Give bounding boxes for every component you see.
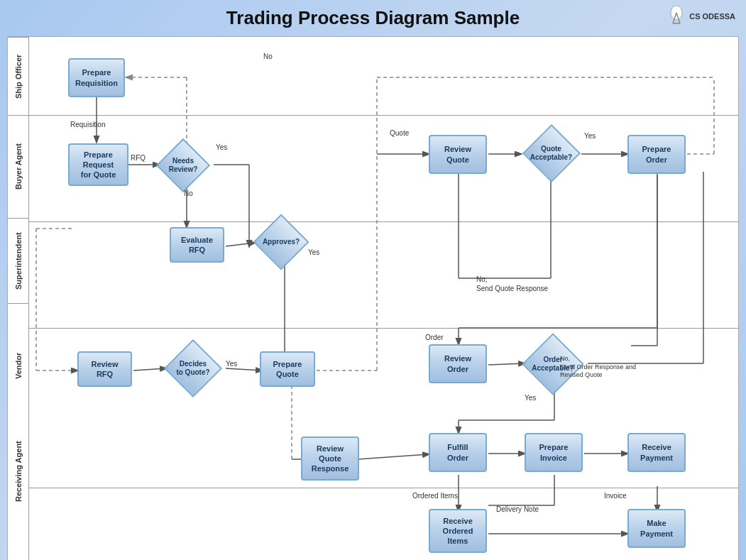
label-order: Order bbox=[425, 334, 444, 341]
label-ordered-items: Ordered Items bbox=[412, 492, 458, 500]
label-yes-2: Yes bbox=[584, 132, 596, 140]
divider-buyer-super bbox=[29, 221, 738, 222]
lane-label-super: Superintendent bbox=[8, 218, 28, 303]
node-make-payment: MakePayment bbox=[627, 509, 686, 548]
label-delivery-note: Delivery Note bbox=[496, 505, 539, 513]
title-bar: Trading Process Diagram Sample CS ODESSA bbox=[0, 0, 746, 33]
diagram-container: Ship Officer Buyer Agent Superintendent … bbox=[7, 36, 739, 560]
lane-label-buyer: Buyer Agent bbox=[8, 115, 28, 218]
label-rfq: RFQ bbox=[131, 154, 146, 162]
node-decides-quote: Decidesto Quote? bbox=[164, 347, 222, 390]
lane-label-receiving: Receiving Agent bbox=[8, 427, 28, 516]
divider-super-vendor bbox=[29, 328, 738, 329]
node-receive-payment: ReceivePayment bbox=[627, 433, 686, 472]
label-yes-5: Yes bbox=[525, 394, 536, 402]
label-yes-3: Yes bbox=[308, 248, 319, 256]
node-review-rfq: ReviewRFQ bbox=[77, 351, 132, 387]
page-title: Trading Process Diagram Sample bbox=[226, 7, 520, 28]
node-needs-review: NeedsReview? bbox=[155, 145, 211, 185]
node-prepare-order: PrepareOrder bbox=[627, 135, 686, 174]
diagram-area: PrepareRequisition PrepareRequestfor Quo… bbox=[29, 37, 738, 560]
node-order-acceptable: OrderAcceptable? bbox=[521, 341, 585, 387]
node-receive-ordered: ReceiveOrderedItems bbox=[429, 509, 487, 553]
node-prepare-req: PrepareRequisition bbox=[68, 58, 125, 97]
lane-label-ship: Ship Officer bbox=[8, 37, 28, 115]
divider-ship-buyer bbox=[29, 115, 738, 116]
svg-line-47 bbox=[359, 454, 429, 459]
node-review-order: ReviewOrder bbox=[429, 344, 487, 383]
node-review-quote: ReviewQuote bbox=[429, 135, 487, 174]
label-yes-1: Yes bbox=[216, 143, 227, 151]
svg-line-11 bbox=[226, 243, 255, 246]
node-approves: Approves? bbox=[253, 221, 309, 263]
label-no-quote-resp: No,Send Quote Response bbox=[476, 275, 548, 293]
node-prepare-rfq: PrepareRequestfor Quote bbox=[68, 143, 128, 186]
divider-vendor-receiving bbox=[29, 488, 738, 488]
node-prepare-quote: PrepareQuote bbox=[260, 351, 315, 387]
label-invoice: Invoice bbox=[604, 492, 627, 500]
svg-line-15 bbox=[226, 368, 262, 370]
label-no-2: No bbox=[184, 190, 193, 197]
label-no-1: No bbox=[263, 53, 273, 60]
label-quote: Quote bbox=[390, 129, 409, 137]
svg-line-14 bbox=[133, 368, 166, 370]
label-requisition: Requisition bbox=[70, 121, 105, 128]
label-yes-4: Yes bbox=[226, 360, 237, 368]
node-evaluate-rfq: EvaluateRFQ bbox=[170, 227, 224, 263]
node-fulfill-order: FulfillOrder bbox=[429, 433, 487, 472]
node-review-quote-resp: ReviewQuoteResponse bbox=[301, 437, 359, 481]
node-prepare-invoice: PrepareInvoice bbox=[525, 433, 583, 472]
svg-line-32 bbox=[488, 363, 525, 365]
lane-label-vendor: Vendor bbox=[8, 303, 28, 427]
node-quote-acceptable: QuoteAcceptable? bbox=[521, 133, 581, 174]
logo: CS ODESSA bbox=[666, 6, 735, 27]
lane-labels: Ship Officer Buyer Agent Superintendent … bbox=[8, 37, 29, 560]
